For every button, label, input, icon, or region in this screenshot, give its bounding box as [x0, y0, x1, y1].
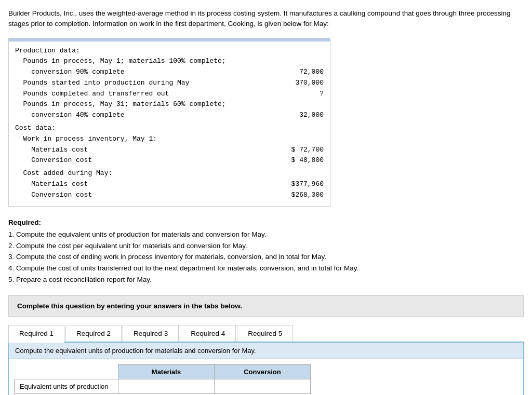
required-item-2: 3. Compute the cost of ending work in pr…	[8, 251, 524, 263]
tabs-container: Required 1 Required 2 Required 3 Require…	[8, 325, 524, 395]
cost-value-2: $ 48,800	[282, 155, 324, 166]
data-table: Production data: Pounds in process, May …	[8, 38, 330, 207]
prod-row-3: Pounds completed and transferred out ?	[15, 89, 324, 100]
tabs-row: Required 1 Required 2 Required 3 Require…	[8, 325, 524, 343]
answer-table-wrapper: Materials Conversion Equivalent units of…	[9, 359, 523, 394]
row-label-equiv-units: Equivalent units of production	[15, 379, 118, 394]
required-item-1: 2. Compute the cost per equivalent unit …	[8, 240, 524, 252]
prod-label-1: conversion 90% complete	[15, 67, 125, 78]
prod-value-1: 72,000	[282, 67, 324, 78]
prod-value-2: 370,000	[282, 78, 324, 89]
prod-row-0: Pounds in process, May 1; materials 100%…	[15, 56, 324, 67]
prod-label-2: Pounds started into production during Ma…	[15, 78, 189, 89]
cost-value-1: $ 72,700	[282, 145, 324, 156]
cost-row-2: Conversion cost $ 48,800	[15, 155, 324, 166]
instruction-box: Complete this question by entering your …	[8, 295, 524, 317]
cost-label-0: Work in process inventory, May 1:	[15, 134, 157, 145]
conversion-input-cell[interactable]	[215, 379, 311, 394]
tab-required-5[interactable]: Required 5	[237, 325, 293, 342]
prod-label-3: Pounds completed and transferred out	[15, 89, 169, 100]
prod-value-0	[282, 56, 324, 67]
table-content: Production data: Pounds in process, May …	[9, 42, 330, 206]
materials-input[interactable]	[118, 379, 214, 393]
production-title-label: Production data:	[15, 46, 80, 57]
required-item-4: 5. Prepare a cost reconciliation report …	[8, 274, 524, 285]
tab-required-2[interactable]: Required 2	[65, 325, 122, 342]
cost-label-4: Materials cost	[15, 179, 88, 190]
cost-row-1: Materials cost $ 72,700	[15, 145, 324, 156]
materials-input-cell[interactable]	[118, 379, 215, 394]
required-section: Required: 1. Compute the equivalent unit…	[8, 217, 524, 285]
cost-row-3: Cost added during May:	[15, 168, 324, 179]
cost-title-row: Cost data:	[15, 123, 324, 134]
cost-row-4: Materials cost $377,960	[15, 179, 324, 190]
prod-row-1: conversion 90% complete 72,000	[15, 67, 324, 78]
cost-value-3	[282, 168, 324, 179]
conversion-input[interactable]	[215, 379, 310, 393]
table-row: Equivalent units of production	[15, 379, 311, 394]
production-title-row: Production data:	[15, 46, 324, 57]
cost-label-3: Cost added during May:	[15, 168, 112, 179]
cost-title-label: Cost data:	[15, 123, 56, 134]
required-item-0: 1. Compute the equivalent units of produ…	[8, 229, 524, 240]
cost-value-5: $268,300	[282, 190, 324, 201]
cost-title-value	[282, 123, 324, 134]
intro-text: Builder Products, Inc., uses the weighte…	[8, 8, 524, 30]
cost-label-2: Conversion cost	[15, 155, 92, 166]
prod-value-3: ?	[282, 89, 324, 100]
prod-row-5: conversion 40% complete 32,000	[15, 110, 324, 121]
col-header-materials: Materials	[118, 365, 215, 379]
production-title-value	[282, 46, 324, 57]
tab-content-panel: Compute the equivalent units of producti…	[8, 343, 524, 395]
cost-value-0	[282, 134, 324, 145]
answer-table: Materials Conversion Equivalent units of…	[14, 364, 311, 394]
prod-row-2: Pounds started into production during Ma…	[15, 78, 324, 89]
cost-label-5: Conversion cost	[15, 190, 92, 201]
required-item-3: 4. Compute the cost of units transferred…	[8, 263, 524, 274]
tab-content-description: Compute the equivalent units of producti…	[9, 343, 523, 359]
prod-row-4: Pounds in process, May 31; materials 60%…	[15, 99, 324, 110]
cost-value-4: $377,960	[282, 179, 324, 190]
tab-required-3[interactable]: Required 3	[123, 325, 179, 342]
tab-required-1[interactable]: Required 1	[8, 325, 64, 343]
cost-label-1: Materials cost	[15, 145, 88, 156]
required-heading: Required:	[8, 217, 524, 228]
cost-row-0: Work in process inventory, May 1:	[15, 134, 324, 145]
tab-required-4[interactable]: Required 4	[180, 325, 236, 342]
cost-row-5: Conversion cost $268,300	[15, 190, 324, 201]
prod-label-4: Pounds in process, May 31; materials 60%…	[15, 99, 226, 110]
prod-label-0: Pounds in process, May 1; materials 100%…	[15, 56, 226, 67]
instruction-text: Complete this question by entering your …	[17, 302, 242, 310]
prod-value-4	[282, 99, 324, 110]
prod-value-5: 32,000	[282, 110, 324, 121]
prod-label-5: conversion 40% complete	[15, 110, 125, 121]
table-header-row: Materials Conversion	[15, 365, 311, 379]
col-header-conversion: Conversion	[215, 365, 311, 379]
